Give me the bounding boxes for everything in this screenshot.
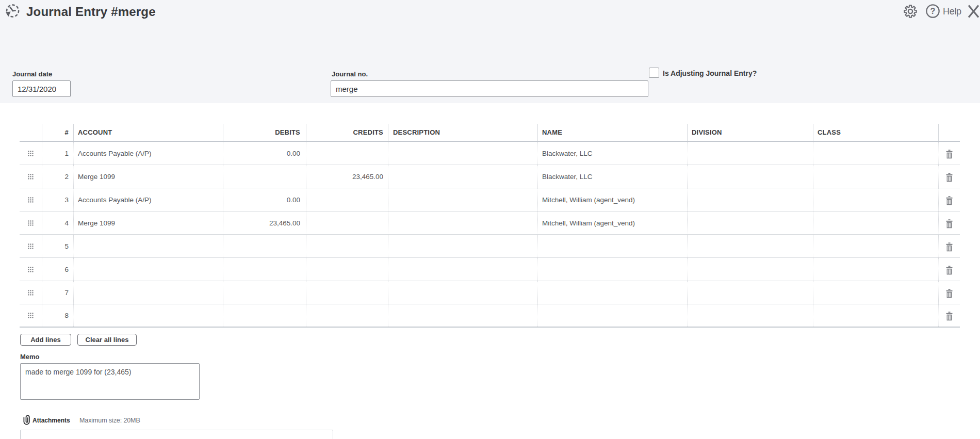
svg-text:?: ? xyxy=(930,6,936,15)
